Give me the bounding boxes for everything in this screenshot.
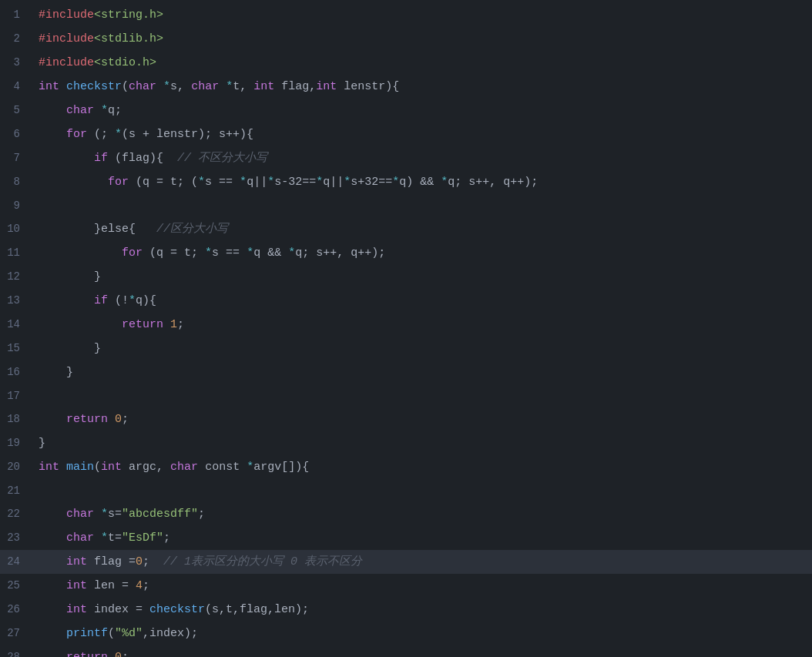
line-num-2: 2 — [0, 27, 32, 50]
line-num-11: 11 — [0, 241, 32, 264]
line-content-20: int main(int argc, char const *argv[]){ — [32, 456, 812, 479]
code-line-27: 27 printf("%d",index); — [0, 622, 812, 645]
line-num-21: 21 — [0, 479, 32, 502]
code-line-13: 13 if (!*q){ — [0, 289, 812, 313]
code-line-28: 28 return 0; — [0, 645, 812, 657]
code-line-23: 23 char *t="EsDf"; — [0, 526, 812, 550]
line-num-14: 14 — [0, 313, 32, 336]
line-num-9: 9 — [0, 194, 32, 217]
line-num-1: 1 — [0, 3, 32, 26]
code-line-25: 25 int len = 4; — [0, 574, 812, 598]
line-content-16: } — [32, 361, 812, 384]
line-num-27: 27 — [0, 622, 32, 645]
line-num-24: 24 — [0, 550, 32, 573]
line-num-23: 23 — [0, 526, 32, 549]
code-line-12: 12 } — [0, 265, 812, 289]
line-content-8: for (q = t; (*s == *q||*s-32==*q||*s+32=… — [32, 171, 812, 194]
line-num-19: 19 — [0, 431, 32, 454]
line-num-15: 15 — [0, 337, 32, 360]
line-content-11: for (q = t; *s == *q && *q; s++, q++); — [32, 242, 812, 265]
code-line-7: 7 if (flag){ // 不区分大小写 — [0, 146, 812, 170]
code-line-24: 24 int flag =0; // 1表示区分的大小写 0 表示不区分 — [0, 550, 812, 574]
line-content-2: #include<stdlib.h> — [32, 28, 812, 51]
line-num-10: 10 — [0, 217, 32, 240]
line-num-12: 12 — [0, 265, 32, 288]
code-line-11: 11 for (q = t; *s == *q && *q; s++, q++)… — [0, 241, 812, 265]
line-num-28: 28 — [0, 645, 32, 657]
code-editor: 1 #include<string.h> 2 #include<stdlib.h… — [0, 0, 812, 657]
line-content-13: if (!*q){ — [32, 290, 812, 313]
line-content-12: } — [32, 266, 812, 289]
code-line-21: 21 — [0, 479, 812, 502]
line-content-10: }else{ //区分大小写 — [32, 218, 812, 241]
line-content-7: if (flag){ // 不区分大小写 — [32, 147, 812, 170]
line-num-25: 25 — [0, 574, 32, 597]
line-content-19: } — [32, 432, 812, 455]
code-line-16: 16 } — [0, 360, 812, 384]
code-line-26: 26 int index = checkstr(s,t,flag,len); — [0, 598, 812, 622]
line-content-15: } — [32, 337, 812, 360]
line-num-6: 6 — [0, 122, 32, 146]
line-num-22: 22 — [0, 502, 32, 525]
line-content-25: int len = 4; — [32, 575, 812, 598]
line-num-7: 7 — [0, 146, 32, 169]
line-num-13: 13 — [0, 289, 32, 312]
line-num-3: 3 — [0, 51, 32, 74]
code-line-19: 19 } — [0, 431, 812, 455]
line-content-14: return 1; — [32, 313, 812, 337]
code-line-20: 20 int main(int argc, char const *argv[]… — [0, 455, 812, 479]
code-line-6: 6 for (; *(s + lenstr); s++){ — [0, 122, 812, 146]
line-content-22: char *s="abcdesdff"; — [32, 503, 812, 526]
line-content-5: char *q; — [32, 99, 812, 122]
line-content-1: #include<string.h> — [32, 4, 812, 27]
line-content-6: for (; *(s + lenstr); s++){ — [32, 123, 812, 146]
code-line-9: 9 — [0, 194, 812, 217]
line-num-4: 4 — [0, 75, 32, 98]
line-num-26: 26 — [0, 598, 32, 621]
line-num-20: 20 — [0, 455, 32, 478]
line-num-8: 8 — [0, 170, 32, 193]
line-content-26: int index = checkstr(s,t,flag,len); — [32, 598, 812, 622]
code-line-1: 1 #include<string.h> — [0, 3, 812, 27]
line-content-27: printf("%d",index); — [32, 622, 812, 645]
code-line-22: 22 char *s="abcdesdff"; — [0, 502, 812, 526]
line-content-18: return 0; — [32, 408, 812, 431]
code-line-2: 2 #include<stdlib.h> — [0, 27, 812, 51]
line-num-18: 18 — [0, 407, 32, 431]
code-line-5: 5 char *q; — [0, 99, 812, 122]
code-line-17: 17 — [0, 384, 812, 407]
code-line-18: 18 return 0; — [0, 407, 812, 431]
code-line-3: 3 #include<stdio.h> — [0, 51, 812, 75]
code-line-4: 4 int checkstr(char *s, char *t, int fla… — [0, 75, 812, 99]
line-content-24: int flag =0; // 1表示区分的大小写 0 表示不区分 — [32, 551, 812, 574]
code-line-15: 15 } — [0, 337, 812, 360]
line-content-4: int checkstr(char *s, char *t, int flag,… — [32, 75, 812, 99]
line-num-5: 5 — [0, 99, 32, 122]
code-line-8: 8 for (q = t; (*s == *q||*s-32==*q||*s+3… — [0, 170, 812, 194]
code-line-14: 14 return 1; — [0, 313, 812, 337]
line-content-23: char *t="EsDf"; — [32, 527, 812, 550]
line-num-17: 17 — [0, 384, 32, 407]
line-num-16: 16 — [0, 360, 32, 384]
code-line-10: 10 }else{ //区分大小写 — [0, 217, 812, 241]
line-content-28: return 0; — [32, 646, 812, 657]
line-content-3: #include<stdio.h> — [32, 52, 812, 75]
